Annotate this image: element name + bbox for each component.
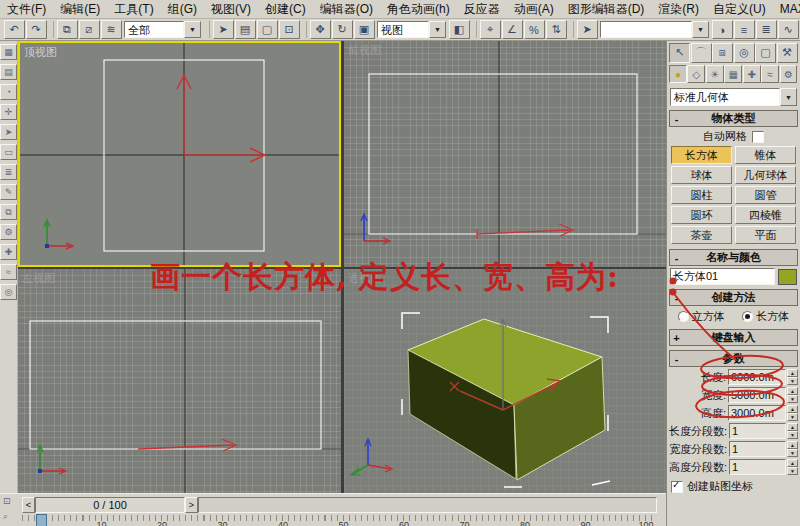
- select-and-move-icon[interactable]: ✥: [310, 20, 331, 39]
- tab-page-icon[interactable]: ▤: [0, 64, 17, 80]
- redo-icon[interactable]: ↷: [26, 20, 47, 39]
- menu-item-1[interactable]: 编辑(E): [53, 0, 107, 19]
- tab-display-icon[interactable]: ▭: [0, 144, 17, 160]
- lights-category[interactable]: ☀: [706, 65, 724, 83]
- object-type-平面[interactable]: 平面: [735, 226, 796, 244]
- current-frame-marker[interactable]: [36, 514, 47, 526]
- tab-pencil-icon[interactable]: ✎: [0, 184, 17, 200]
- object-type-几何球体[interactable]: 几何球体: [735, 166, 796, 184]
- spinner[interactable]: ▲▼: [787, 441, 798, 457]
- spinner-down-icon[interactable]: ▼: [787, 449, 798, 457]
- helpers-category[interactable]: ✚: [743, 65, 761, 83]
- spinner-up-icon[interactable]: ▲: [787, 423, 798, 431]
- utilities-tab[interactable]: ⚒: [777, 43, 798, 63]
- menu-item-11[interactable]: 渲染(R): [651, 0, 706, 19]
- rollout-name-color[interactable]: - 名称与颜色: [669, 249, 798, 266]
- viewport-front-label[interactable]: 前视图: [348, 43, 381, 58]
- shapes-category[interactable]: ◇: [687, 65, 705, 83]
- layer-manager-icon[interactable]: ≣: [756, 20, 777, 39]
- spinner[interactable]: ▲▼: [787, 459, 798, 475]
- viewport-left-label[interactable]: 左视图: [22, 271, 55, 286]
- percent-snap-icon[interactable]: %: [524, 20, 545, 39]
- viewport-perspective[interactable]: 透视图: [344, 269, 666, 493]
- spinner-down-icon[interactable]: ▼: [787, 377, 798, 385]
- menu-item-5[interactable]: 创建(C): [258, 0, 313, 19]
- object-type-锥体[interactable]: 锥体: [735, 146, 796, 164]
- select-object-icon[interactable]: ➤: [213, 20, 234, 39]
- undo-icon[interactable]: ↶: [4, 20, 25, 39]
- viewport-top[interactable]: 顶视图: [18, 41, 341, 267]
- param-value-input[interactable]: 3000.0m: [728, 405, 786, 421]
- object-type-圆柱[interactable]: 圆柱: [671, 186, 732, 204]
- bind-to-space-warp-icon[interactable]: ≋: [101, 20, 122, 39]
- object-type-圆环[interactable]: 圆环: [671, 206, 732, 224]
- previous-frame-button[interactable]: <: [22, 497, 35, 513]
- spinner-down-icon[interactable]: ▼: [787, 431, 798, 439]
- object-type-四棱锥[interactable]: 四棱锥: [735, 206, 796, 224]
- zoom-tool-icon[interactable]: ⌕: [3, 511, 8, 522]
- menu-item-9[interactable]: 动画(A): [507, 0, 561, 19]
- chevron-down-icon[interactable]: ▼: [780, 88, 797, 106]
- object-type-茶壶[interactable]: 茶壶: [671, 226, 732, 244]
- spinner-down-icon[interactable]: ▼: [787, 467, 798, 475]
- spinner-snap-icon[interactable]: ⇅: [546, 20, 567, 39]
- display-tab[interactable]: ▢: [755, 43, 776, 63]
- rollout-creation-method[interactable]: - 创建方法: [669, 289, 798, 306]
- spinner[interactable]: ▲▼: [787, 387, 798, 403]
- menu-item-12[interactable]: 自定义(U): [706, 0, 773, 19]
- select-and-link-icon[interactable]: ⧉: [57, 20, 78, 39]
- chevron-down-icon[interactable]: ▼: [692, 21, 709, 38]
- autogrid-checkbox[interactable]: [752, 131, 764, 143]
- track-bar[interactable]: 102030405060708090100: [22, 515, 657, 526]
- spinner[interactable]: ▲▼: [787, 405, 798, 421]
- menu-item-3[interactable]: 组(G): [161, 0, 204, 19]
- named-selection-sets-dropdown[interactable]: ▼: [600, 21, 709, 38]
- unlink-selection-icon[interactable]: ⧄: [79, 20, 100, 39]
- tab-layers-icon[interactable]: ≣: [0, 164, 17, 180]
- window-crossing-icon[interactable]: ⊡: [279, 20, 300, 39]
- param-value-input[interactable]: 6000.0m: [728, 369, 786, 385]
- object-name-input[interactable]: 长方体01: [670, 268, 775, 285]
- geometry-category[interactable]: ●: [669, 65, 687, 83]
- viewport-top-label[interactable]: 顶视图: [24, 45, 57, 60]
- menu-item-0[interactable]: 文件(F): [0, 0, 53, 19]
- tab-gear-icon[interactable]: ⚙: [0, 224, 17, 240]
- tab-circle-icon[interactable]: ◔: [0, 84, 17, 100]
- curve-editor-icon[interactable]: ∿: [778, 20, 799, 39]
- creation-method-立方体[interactable]: 立方体: [678, 309, 725, 324]
- menu-item-10[interactable]: 图形编辑器(D): [561, 0, 652, 19]
- chevron-down-icon[interactable]: ▼: [429, 21, 446, 38]
- chevron-down-icon[interactable]: ▼: [184, 21, 201, 38]
- spinner[interactable]: ▲▼: [787, 369, 798, 385]
- cameras-category[interactable]: ▦: [724, 65, 742, 83]
- use-pivot-point-center-icon[interactable]: ◧: [449, 20, 470, 39]
- select-by-name-icon[interactable]: ▤: [235, 20, 256, 39]
- mapping-coords-checkbox[interactable]: [671, 481, 683, 493]
- select-and-rotate-icon[interactable]: ↻: [332, 20, 353, 39]
- tab-objects-icon[interactable]: ▦: [0, 44, 17, 60]
- spinner-up-icon[interactable]: ▲: [787, 459, 798, 467]
- creation-method-长方体[interactable]: 长方体: [742, 309, 789, 324]
- spinner-up-icon[interactable]: ▲: [787, 405, 798, 413]
- object-type-球体[interactable]: 球体: [671, 166, 732, 184]
- spinner-up-icon[interactable]: ▲: [787, 441, 798, 449]
- object-color-swatch[interactable]: [778, 269, 797, 285]
- spinner-down-icon[interactable]: ▼: [787, 413, 798, 421]
- selection-filter-dropdown[interactable]: 全部▼: [124, 21, 201, 38]
- rollout-object-type[interactable]: - 物体类型: [669, 110, 798, 127]
- category-dropdown[interactable]: 标准几何体 ▼: [670, 88, 797, 106]
- menu-item-13[interactable]: MAX脚本(M): [773, 0, 800, 19]
- rollout-parameters[interactable]: - 参数: [669, 350, 798, 367]
- select-and-scale-icon[interactable]: ▣: [354, 20, 375, 39]
- param-value-input[interactable]: 1: [729, 459, 786, 475]
- lock-selection-icon[interactable]: ⊡: [3, 496, 11, 506]
- object-type-长方体[interactable]: 长方体: [671, 146, 732, 164]
- param-value-input[interactable]: 5000.0m: [728, 387, 786, 403]
- object-type-圆管[interactable]: 圆管: [735, 186, 796, 204]
- angle-snap-icon[interactable]: ∠: [502, 20, 523, 39]
- tab-motion-icon[interactable]: ◎: [0, 284, 17, 300]
- menu-item-4[interactable]: 视图(V): [204, 0, 258, 19]
- param-value-input[interactable]: 1: [729, 423, 786, 439]
- tab-pointer-icon[interactable]: ➤: [0, 124, 17, 140]
- rectangular-selection-region-icon[interactable]: ▢: [257, 20, 278, 39]
